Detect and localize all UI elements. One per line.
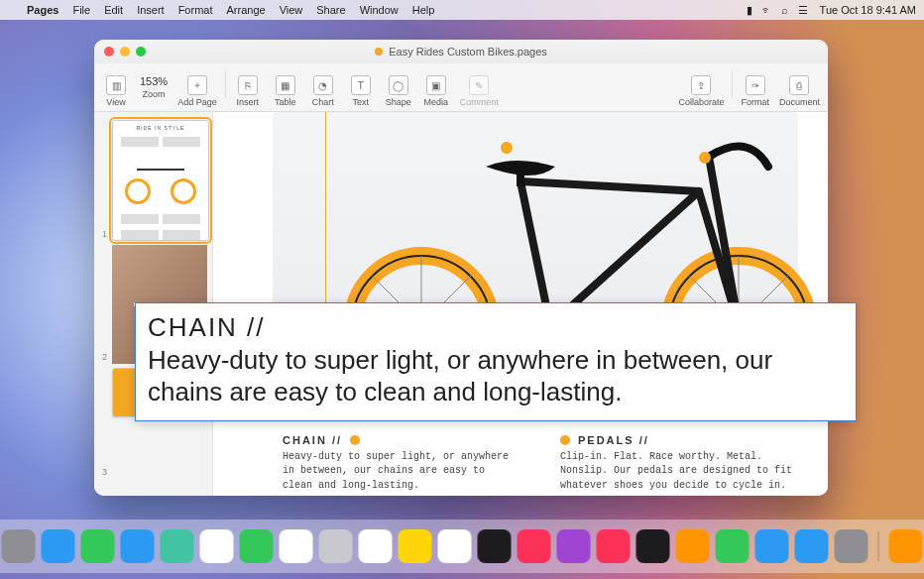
toolbar-shape[interactable]: ◯Shape [385,75,412,107]
dock-app-stocks[interactable] [636,529,670,563]
pedals-heading: PEDALS // [578,434,649,446]
toolbar-addpage[interactable]: ＋ Add Page [177,75,217,107]
toolbar-text-label: Text [352,97,369,107]
pedals-body[interactable]: Clip-in. Flat. Race worthy. Metal. Nonsl… [560,450,798,494]
toolbar-collaborate[interactable]: ⇪Collaborate [678,75,724,107]
battery-icon[interactable]: ▮ [741,4,758,17]
window-title: Easy Rides Custom Bikes.pages [389,46,547,58]
window-titlebar[interactable]: Easy Rides Custom Bikes.pages [94,40,828,63]
column-chain: CHAIN // Heavy-duty to super light, or a… [283,434,520,494]
chain-body[interactable]: Heavy-duty to super light, or anywhere i… [283,450,520,494]
document-modified-icon [375,48,383,56]
dock-app-maps[interactable] [161,529,194,563]
hover-text-overlay: CHAIN // Heavy-duty to super light, or a… [135,302,857,421]
collaborate-icon: ⇪ [691,75,711,95]
toolbar-table[interactable]: ▦Table [272,75,299,107]
view-icon: ▥ [106,75,126,95]
menu-item-window[interactable]: Window [353,4,405,16]
thumb-title-1: RIDE IN STYLE [137,125,185,131]
dock-app-photos[interactable] [200,529,234,563]
dock-app-safari[interactable] [42,529,75,563]
dock-app-pages[interactable] [889,529,923,563]
toolbar: ▥ View 153% Zoom ＋ Add Page ⎘Insert ▦Tab… [94,63,828,112]
toolbar-zoom[interactable]: 153% Zoom [140,75,168,107]
dock-app-appstore[interactable] [795,529,829,563]
thumbnail-page-1[interactable]: RIDE IN STYLE 1 [112,120,206,241]
menu-clock[interactable]: Tue Oct 18 9:41 AM [812,4,924,16]
dock-separator [878,531,879,561]
dock-app-music[interactable] [518,529,551,563]
toolbar-view[interactable]: ▥ View [102,75,130,107]
dock-app-keynote[interactable] [755,529,789,563]
add-page-icon: ＋ [187,75,207,95]
thumb-num-3: 3 [102,467,107,477]
zoom-value: 153% [140,75,168,87]
macos-desktop: Pages File Edit Insert Format Arrange Vi… [0,0,924,579]
hover-text-title: CHAIN // [148,311,844,344]
dock-app-books[interactable] [676,529,710,563]
chart-icon: ◔ [313,75,333,95]
comment-icon: ✎ [469,75,489,95]
shape-icon: ◯ [389,75,408,95]
dock-app-news[interactable] [597,529,631,563]
toolbar-media[interactable]: ▣Media [422,75,450,107]
dock-app-reminders[interactable] [359,529,393,563]
menu-item-view[interactable]: View [273,4,310,16]
menu-item-format[interactable]: Format [172,4,220,16]
dock-app-messages[interactable] [81,529,115,563]
svg-line-14 [520,181,699,191]
toolbar-comment: ✎Comment [460,75,499,107]
close-button[interactable] [104,47,114,57]
dock-app-settings[interactable] [835,529,868,563]
toolbar-collab-label: Collaborate [678,97,724,107]
menu-bar: Pages File Edit Insert Format Arrange Vi… [0,0,924,20]
toolbar-media-label: Media [423,97,448,107]
label-dot-pedals [560,435,570,445]
text-icon: T [351,75,371,95]
dock-app-tv[interactable] [478,529,512,563]
menu-item-help[interactable]: Help [405,4,442,16]
control-center-icon[interactable]: ☰ [794,4,812,17]
dock [0,520,924,573]
dock-app-podcasts[interactable] [557,529,591,563]
format-icon: ✑ [746,75,765,95]
media-icon: ▣ [426,75,446,95]
pages-window: Easy Rides Custom Bikes.pages ▥ View 153… [94,40,828,496]
dock-app-launchpad[interactable] [2,529,36,563]
spotlight-icon[interactable]: ⌕ [776,4,794,16]
toolbar-chart[interactable]: ◔Chart [309,75,337,107]
menu-item-arrange[interactable]: Arrange [219,4,272,16]
menu-item-edit[interactable]: Edit [97,4,130,16]
toolbar-insert[interactable]: ⎘Insert [234,75,262,107]
menu-item-share[interactable]: Share [309,4,352,16]
toolbar-text[interactable]: TText [347,75,375,107]
menu-item-file[interactable]: File [65,4,97,16]
toolbar-addpage-label: Add Page [177,97,217,107]
toolbar-chart-label: Chart [312,97,334,107]
dock-app-mail[interactable] [121,529,155,563]
table-icon: ▦ [276,75,295,95]
toolbar-shape-label: Shape [386,97,411,107]
toolbar-zoom-label: Zoom [143,89,166,99]
dock-app-contacts[interactable] [319,529,353,563]
dock-app-notes[interactable] [399,529,432,563]
feature-columns: CHAIN // Heavy-duty to super light, or a… [283,434,798,494]
toolbar-format[interactable]: ✑Format [741,75,769,107]
thumb-num-2: 2 [102,352,107,362]
wifi-icon[interactable]: ᯤ [758,4,776,16]
dock-app-calendar[interactable] [280,529,313,563]
minimize-button[interactable] [120,47,130,57]
dock-app-facetime[interactable] [240,529,274,563]
dock-app-freeform[interactable] [438,529,472,563]
toolbar-document[interactable]: ⎙Document [779,75,820,107]
app-menu[interactable]: Pages [20,4,65,16]
thumb-num-1: 1 [102,229,107,239]
dock-app-numbers[interactable] [716,529,750,563]
fullscreen-button[interactable] [136,47,146,57]
label-dot-seat [501,142,513,154]
chain-heading: CHAIN // [283,434,342,446]
toolbar-document-label: Document [779,97,820,107]
menu-item-insert[interactable]: Insert [130,4,172,16]
insert-icon: ⎘ [238,75,258,95]
label-dot-handlebar [699,152,711,164]
